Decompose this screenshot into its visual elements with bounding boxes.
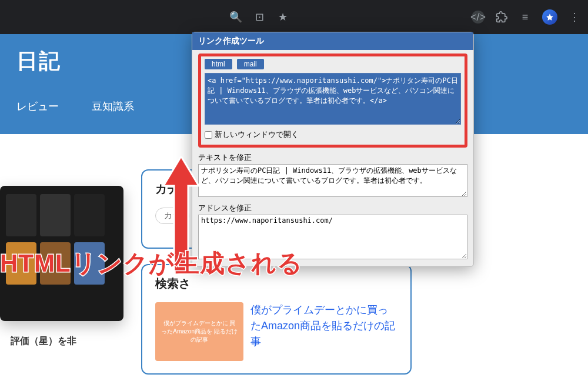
search-section: 検索さ 僕がプライムデーとかに 買ったAmazon商品を 貼るだけの記事 僕がプ… [141, 264, 412, 375]
camera-icon[interactable]: ⊡ [253, 11, 266, 24]
annotation-text: HTMLリンクが生成される [0, 247, 303, 280]
nav-item-review[interactable]: レビュー [16, 99, 59, 113]
kebab-menu-icon[interactable]: ⋮ [568, 11, 581, 24]
new-window-label: 新しいウィンドウで開く [215, 129, 299, 140]
article-link[interactable]: 僕がプライムデーとかに買ったAmazon商品を貼るだけの記事 [250, 304, 395, 347]
extensions-puzzle-icon[interactable] [495, 11, 508, 24]
fix-text-input[interactable] [198, 164, 467, 197]
bookmark-star-icon[interactable]: ★ [276, 11, 289, 24]
browser-toolbar: 🔍 ⊡ ★ </> ≡ ⋮ [0, 0, 588, 34]
menu-lines-icon[interactable]: ≡ [519, 11, 532, 24]
zoom-icon[interactable]: 🔍 [229, 11, 242, 24]
article-card-thumb[interactable]: 僕がプライムデーとかに 買ったAmazon商品を 貼るだけの記事 [155, 302, 243, 361]
thumbnail-caption: 評価（星）を非 [0, 335, 123, 347]
fix-text-label: テキストを修正 [198, 152, 467, 163]
fix-address-label: アドレスを修正 [198, 203, 467, 213]
nav-item-trivia[interactable]: 豆知識系 [92, 99, 134, 113]
popup-title: リンク作成ツール [192, 32, 473, 50]
tab-html[interactable]: html [205, 59, 232, 69]
new-window-checkbox[interactable] [205, 131, 212, 139]
generated-code-textarea[interactable] [205, 73, 461, 125]
tab-mail[interactable]: mail [237, 59, 264, 69]
article-card-text: 僕がプライムデーとかに 買ったAmazon商品を 貼るだけの記事 [161, 319, 238, 344]
new-window-option[interactable]: 新しいウィンドウで開く [205, 129, 461, 140]
active-extension-icon[interactable]: </> [472, 11, 485, 24]
link-creator-popup: リンク作成ツール html mail 新しいウィンドウで開く テキストを修正 ア… [192, 32, 474, 267]
highlight-box: html mail 新しいウィンドウで開く [198, 54, 467, 148]
profile-avatar-icon[interactable] [542, 9, 557, 25]
